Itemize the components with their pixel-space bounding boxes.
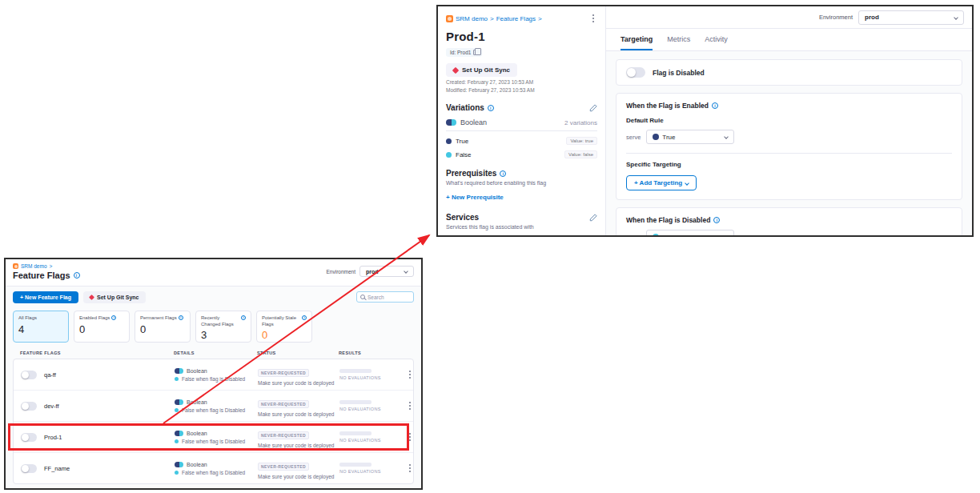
harness-logo-icon bbox=[446, 15, 453, 22]
column-header: STATUS bbox=[257, 351, 339, 355]
table-row-prod-1[interactable]: Prod-1 Boolean False when flag is Disabl… bbox=[14, 422, 413, 453]
stat-card-enabled-flags[interactable]: Enabled Flags 0 bbox=[74, 311, 130, 343]
stat-card-permanent-flags[interactable]: Permanent Flags 0 bbox=[135, 311, 191, 343]
search-input[interactable] bbox=[368, 295, 410, 300]
tab-metrics[interactable]: Metrics bbox=[667, 35, 690, 50]
breadcrumb: SRM demo > Feature Flags > bbox=[446, 13, 597, 24]
boolean-type-icon bbox=[175, 431, 183, 436]
tab-targeting[interactable]: Targeting bbox=[621, 35, 653, 50]
status-badge: NEVER-REQUESTED bbox=[258, 431, 309, 439]
breadcrumb-separator: > bbox=[538, 15, 542, 22]
breadcrumb-separator: > bbox=[50, 263, 53, 269]
flag-type: Boolean bbox=[187, 462, 207, 467]
flag-toggle[interactable] bbox=[21, 402, 37, 411]
row-options-kebab-icon[interactable] bbox=[406, 369, 414, 380]
flag-toggle[interactable] bbox=[21, 464, 37, 473]
chevron-down-icon bbox=[954, 15, 958, 20]
environment-bar: Environment prod bbox=[327, 266, 415, 277]
targeting-content: Flag is Disabled When the Flag is Enable… bbox=[606, 51, 972, 235]
status-badge: NEVER-REQUESTED bbox=[258, 369, 309, 377]
status-text: Make sure your code is deployed bbox=[258, 474, 339, 479]
edit-variations-icon[interactable] bbox=[589, 104, 597, 112]
breadcrumb-project-link[interactable]: SRM demo bbox=[21, 263, 47, 269]
flag-rule: False when flag is Disabled bbox=[182, 376, 245, 382]
breadcrumb-project-link[interactable]: SRM demo bbox=[456, 15, 488, 22]
stat-card-recently-changed-flags[interactable]: Recently Changed Flags 3 bbox=[195, 311, 251, 343]
flag-enabled-toggle[interactable] bbox=[626, 67, 645, 78]
info-icon[interactable] bbox=[713, 217, 720, 223]
stat-value: 4 bbox=[18, 323, 63, 335]
flag-name[interactable]: dev-ff bbox=[44, 403, 59, 410]
add-targeting-button[interactable]: + Add Targeting bbox=[626, 175, 697, 190]
table-row[interactable]: dev-ff Boolean False when flag is Disabl… bbox=[14, 391, 413, 422]
flag-toggle[interactable] bbox=[21, 371, 37, 379]
stat-card-all-flags[interactable]: All Flags 4 bbox=[13, 311, 69, 343]
environment-value: prod bbox=[366, 269, 379, 275]
stat-value: 0 bbox=[140, 323, 185, 335]
environment-label: Environment bbox=[819, 14, 853, 21]
false-variation-dot-icon bbox=[175, 408, 179, 412]
stat-value: 0 bbox=[79, 323, 124, 335]
table-row[interactable]: FF_name Boolean False when flag is Disab… bbox=[14, 453, 413, 483]
prerequisites-description: What's required before enabling this fla… bbox=[446, 180, 597, 186]
setup-git-sync-button[interactable]: Set Up Git Sync bbox=[446, 63, 517, 77]
info-icon[interactable] bbox=[488, 105, 494, 111]
environment-select[interactable]: prod bbox=[858, 10, 964, 25]
true-variation-dot-icon bbox=[653, 134, 659, 140]
info-icon[interactable] bbox=[179, 315, 183, 320]
list-toolbar: + New Feature Flag Set Up Git Sync bbox=[6, 287, 421, 305]
flag-toggle[interactable] bbox=[21, 433, 37, 442]
info-icon[interactable] bbox=[302, 315, 307, 320]
copy-id-icon[interactable] bbox=[473, 50, 478, 55]
flag-rule: False when flag is Disabled bbox=[182, 470, 245, 475]
table-row[interactable]: qa-ff Boolean False when flag is Disable… bbox=[14, 359, 413, 391]
git-sync-icon bbox=[89, 295, 94, 300]
flag-id-chip: Id: Prod1 bbox=[446, 48, 482, 57]
true-variation-dot-icon bbox=[446, 138, 452, 144]
flag-title: Prod-1 bbox=[446, 30, 597, 43]
serve-label: serve bbox=[626, 234, 641, 236]
stat-card-potentially-stale-flags[interactable]: Potentially Stale Flags 0 bbox=[256, 311, 312, 343]
flag-options-kebab-icon[interactable] bbox=[589, 13, 597, 24]
disabled-serve-select[interactable]: False bbox=[646, 230, 734, 235]
status-text: Make sure your code is deployed bbox=[258, 411, 339, 417]
info-icon[interactable] bbox=[241, 315, 246, 320]
feature-flags-list-window: SRM demo > Feature Flags Environment pro… bbox=[4, 258, 423, 490]
serve-value: False bbox=[662, 234, 678, 236]
row-options-kebab-icon[interactable] bbox=[406, 463, 414, 474]
variation-row-false: False Value: false bbox=[446, 150, 597, 158]
row-options-kebab-icon[interactable] bbox=[406, 400, 414, 411]
false-variation-dot-icon bbox=[175, 439, 179, 443]
created-date: Created: February 27, 2023 10:53 AM bbox=[446, 79, 597, 85]
info-icon[interactable] bbox=[111, 315, 116, 320]
results-text: NO EVALUATIONS bbox=[339, 438, 398, 443]
breadcrumb-feature-flags-link[interactable]: Feature Flags bbox=[496, 15, 536, 22]
info-icon[interactable] bbox=[74, 272, 80, 279]
row-options-kebab-icon[interactable] bbox=[406, 431, 414, 443]
environment-select[interactable]: prod bbox=[359, 266, 414, 277]
info-icon[interactable] bbox=[712, 102, 718, 109]
flag-name[interactable]: qa-ff bbox=[44, 371, 56, 379]
default-rule-serve-select[interactable]: True bbox=[646, 130, 734, 144]
setup-git-sync-button[interactable]: Set Up Git Sync bbox=[83, 291, 146, 303]
info-icon[interactable] bbox=[500, 170, 506, 177]
edit-services-icon[interactable] bbox=[589, 214, 597, 222]
git-sync-label: Set Up Git Sync bbox=[462, 66, 510, 74]
default-rule-label: Default Rule bbox=[626, 117, 952, 124]
variation-row-true: True Value: true bbox=[446, 137, 597, 145]
boolean-type-icon bbox=[175, 462, 183, 467]
flag-id-text: Id: Prod1 bbox=[450, 50, 471, 55]
tab-activity[interactable]: Activity bbox=[705, 35, 728, 50]
results-bar bbox=[339, 463, 372, 467]
prerequisites-heading: Prerequisites bbox=[446, 169, 496, 178]
variation-type-label: Boolean bbox=[460, 118, 487, 126]
stat-value: 0 bbox=[262, 329, 307, 341]
status-badge: NEVER-REQUESTED bbox=[258, 400, 309, 408]
divider bbox=[626, 153, 952, 154]
new-feature-flag-button[interactable]: + New Feature Flag bbox=[13, 291, 78, 303]
status-text: Make sure your code is deployed bbox=[258, 443, 339, 448]
new-prerequisite-link[interactable]: + New Prerequisite bbox=[446, 194, 504, 201]
flag-type: Boolean bbox=[187, 368, 207, 374]
flag-name[interactable]: FF_name bbox=[44, 465, 70, 472]
flag-name[interactable]: Prod-1 bbox=[44, 434, 62, 441]
